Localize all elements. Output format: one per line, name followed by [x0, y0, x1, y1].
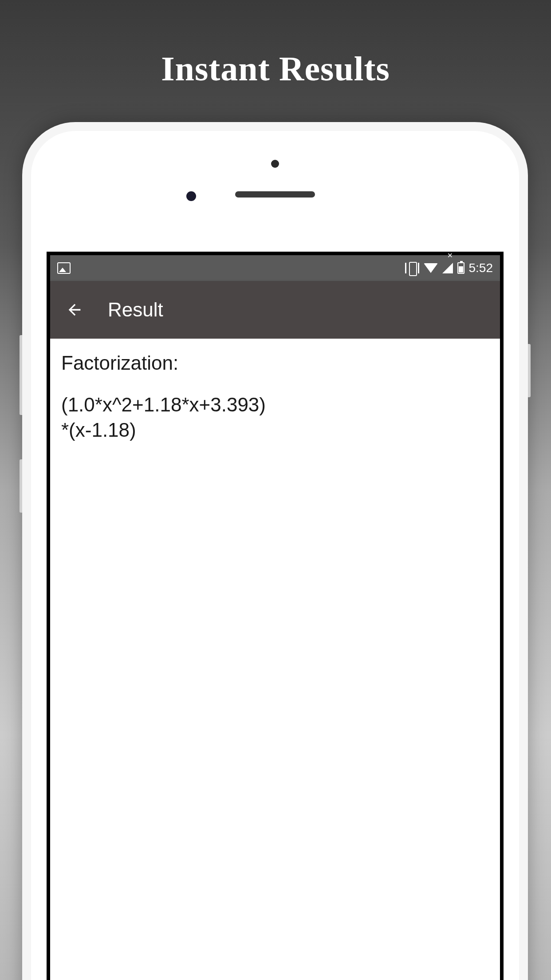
- status-bar: 5:52: [50, 255, 500, 281]
- promo-title: Instant Results: [0, 49, 551, 89]
- phone-inner: 5:52 Result Factorization: (1.0*x^2+1.18…: [31, 131, 519, 980]
- app-bar-title: Result: [108, 299, 163, 321]
- picture-icon: [57, 262, 71, 274]
- phone-screen: 5:52 Result Factorization: (1.0*x^2+1.18…: [47, 252, 504, 980]
- vibrate-icon: [405, 263, 419, 273]
- status-bar-left: [57, 262, 71, 274]
- status-bar-right: 5:52: [405, 261, 493, 275]
- content-area: Factorization: (1.0*x^2+1.18*x+3.393) *(…: [50, 339, 500, 456]
- phone-camera-icon: [271, 160, 279, 168]
- arrow-left-icon: [66, 301, 83, 319]
- phone-side-button: [20, 459, 22, 513]
- wifi-icon: [424, 263, 438, 273]
- status-time: 5:52: [469, 261, 493, 275]
- phone-side-button: [528, 344, 531, 397]
- result-line-1: (1.0*x^2+1.18*x+3.393): [61, 392, 489, 417]
- phone-camera-icon: [186, 191, 196, 201]
- app-bar: Result: [50, 281, 500, 339]
- result-label: Factorization:: [61, 352, 489, 374]
- phone-speaker: [235, 191, 315, 198]
- phone-frame: 5:52 Result Factorization: (1.0*x^2+1.18…: [22, 122, 528, 980]
- phone-side-button: [20, 335, 22, 415]
- battery-icon: [457, 262, 464, 274]
- result-line-2: *(x-1.18): [61, 417, 489, 443]
- signal-icon: [442, 263, 453, 273]
- back-button[interactable]: [66, 301, 83, 319]
